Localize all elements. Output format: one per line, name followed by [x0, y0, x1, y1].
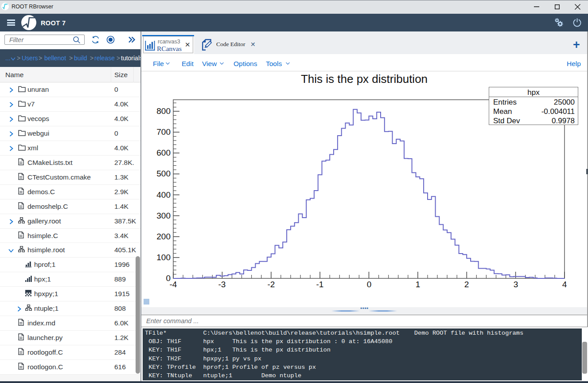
- svg-text:100: 100: [156, 253, 171, 262]
- svg-text:2: 2: [464, 280, 469, 289]
- svg-text:200: 200: [156, 232, 171, 241]
- svg-text:1: 1: [416, 280, 421, 289]
- svg-text:800: 800: [156, 106, 171, 116]
- svg-text:400: 400: [156, 190, 171, 199]
- svg-text:600: 600: [156, 148, 171, 157]
- svg-text:300: 300: [156, 211, 171, 220]
- svg-text:4: 4: [562, 280, 567, 289]
- svg-text:700: 700: [156, 127, 171, 137]
- svg-text:-3: -3: [218, 280, 226, 289]
- svg-text:-2: -2: [268, 280, 275, 289]
- svg-text:0: 0: [367, 280, 372, 289]
- svg-text:-1: -1: [316, 280, 324, 289]
- svg-text:500: 500: [156, 169, 171, 178]
- svg-text:-4: -4: [170, 280, 177, 289]
- svg-text:3: 3: [514, 280, 518, 289]
